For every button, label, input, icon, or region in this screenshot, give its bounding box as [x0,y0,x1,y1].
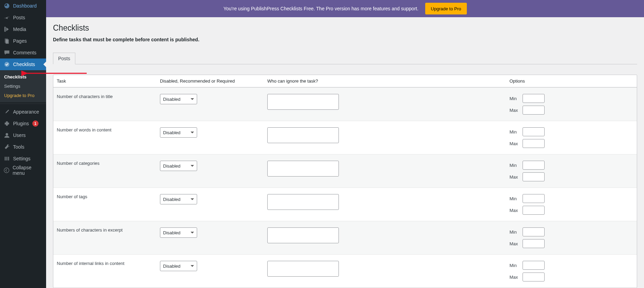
main-panel: You're using PublishPress Checklists Fre… [46,0,644,288]
dashboard-icon [3,2,10,9]
min-input[interactable] [523,227,545,236]
table-row: Number of tags Disabled Min Max [53,188,637,221]
check-icon [3,61,10,68]
table-row: Number of words in content Disabled Min … [53,121,637,154]
max-label: Max [509,241,519,246]
sidebar-item-appearance[interactable]: Appearance [0,106,46,118]
ignore-roles-input[interactable] [267,127,339,143]
ignore-roles-input[interactable] [267,161,339,177]
sidebar-item-label: Dashboard [13,3,37,9]
table-row: Number of internal links in content Disa… [53,254,637,288]
settings-icon [3,155,10,162]
table-row: Number of categories Disabled Min Max [53,154,637,188]
max-input[interactable] [523,273,545,281]
page-subtitle: Define tasks that must be complete befor… [53,37,637,42]
td-task: Number of internal links in content [53,255,157,288]
rule-select[interactable]: Disabled [160,161,197,171]
page-title: Checklists [53,23,637,33]
max-input[interactable] [523,139,545,148]
min-input[interactable] [523,161,545,170]
th-task: Task [53,75,157,87]
sidebar-item-media[interactable]: Media [0,23,46,35]
sidebar-item-checklists[interactable]: Checklists [0,58,46,70]
ignore-roles-input[interactable] [267,261,339,277]
min-input[interactable] [523,261,545,270]
min-input[interactable] [523,127,545,136]
max-label: Max [509,275,519,280]
users-icon [3,132,10,139]
svg-rect-5 [7,157,8,161]
sidebar-item-comments[interactable]: Comments [0,47,46,58]
sidebar-item-label: Settings [13,156,31,161]
max-label: Max [509,108,519,113]
sidebar-item-plugins[interactable]: Plugins 1 [0,118,46,129]
max-label: Max [509,141,519,146]
max-input[interactable] [523,106,545,115]
sidebar-item-label: Comments [13,50,36,55]
td-task: Number of categories [53,154,157,188]
tab-posts[interactable]: Posts [53,53,75,64]
brush-icon [3,108,10,115]
sidebar-collapse[interactable]: Collapse menu [0,164,46,176]
max-label: Max [509,208,519,213]
min-input[interactable] [523,94,545,103]
rule-select[interactable]: Disabled [160,227,197,238]
table-head: Task Disabled, Recommended or Required W… [53,75,637,87]
sidebar-submenu: Checklists Settings Upgrade to Pro [0,70,46,102]
ignore-roles-input[interactable] [267,94,339,110]
comments-icon [3,49,10,56]
collapse-icon [3,167,10,174]
upgrade-banner: You're using PublishPress Checklists Fre… [46,0,644,17]
td-task: Number of tags [53,188,157,221]
svg-rect-4 [5,157,6,161]
banner-text: You're using PublishPress Checklists Fre… [223,6,418,11]
menu-separator [0,102,46,104]
min-label: Min [509,129,519,135]
submenu-item-upgrade[interactable]: Upgrade to Pro [0,91,46,100]
sidebar-item-label: Media [13,26,26,32]
svg-rect-6 [8,157,9,161]
rule-select[interactable]: Disabled [160,194,197,204]
sidebar-item-posts[interactable]: Posts [0,12,46,23]
sidebar-item-users[interactable]: Users [0,129,46,141]
sidebar-item-pages[interactable]: Pages [0,35,46,47]
sidebar-item-label: Pages [13,38,27,44]
submenu-item-checklists[interactable]: Checklists [0,72,46,82]
ignore-roles-input[interactable] [267,194,339,210]
min-input[interactable] [523,194,545,203]
ignore-roles-input[interactable] [267,227,339,243]
svg-point-7 [4,168,9,173]
td-task: Number of words in content [53,121,157,154]
sidebar-item-settings[interactable]: Settings [0,153,46,164]
pin-icon [3,14,10,21]
plugin-icon [3,120,10,127]
max-label: Max [509,174,519,180]
sidebar-item-dashboard[interactable]: Dashboard [0,0,46,12]
rule-select[interactable]: Disabled [160,94,197,104]
sidebar-item-tools[interactable]: Tools [0,141,46,153]
max-input[interactable] [523,172,545,181]
submenu-item-settings[interactable]: Settings [0,82,46,91]
post-type-tabs: Posts [53,53,637,64]
td-task: Numbers of characters in excerpt [53,221,157,254]
min-label: Min [509,96,519,101]
upgrade-button[interactable]: Upgrade to Pro [425,3,466,14]
tools-icon [3,143,10,150]
pages-icon [3,38,10,44]
rule-select[interactable]: Disabled [160,261,197,271]
td-task: Number of characters in title [53,88,157,121]
th-rule: Disabled, Recommended or Required [157,75,264,87]
table-row: Numbers of characters in excerpt Disable… [53,221,637,254]
admin-sidebar: Dashboard Posts Media Pages Comments Che… [0,0,46,288]
min-label: Min [509,163,519,168]
max-input[interactable] [523,239,545,248]
sidebar-item-label: Collapse menu [13,165,43,176]
th-ignore: Who can ignore the task? [264,75,506,87]
th-options: Options [506,75,637,87]
max-input[interactable] [523,206,545,215]
min-label: Min [509,263,519,268]
svg-point-2 [4,62,9,67]
rule-select[interactable]: Disabled [160,127,197,138]
table-row: Number of characters in title Disabled M… [53,87,637,121]
media-icon [3,26,10,33]
